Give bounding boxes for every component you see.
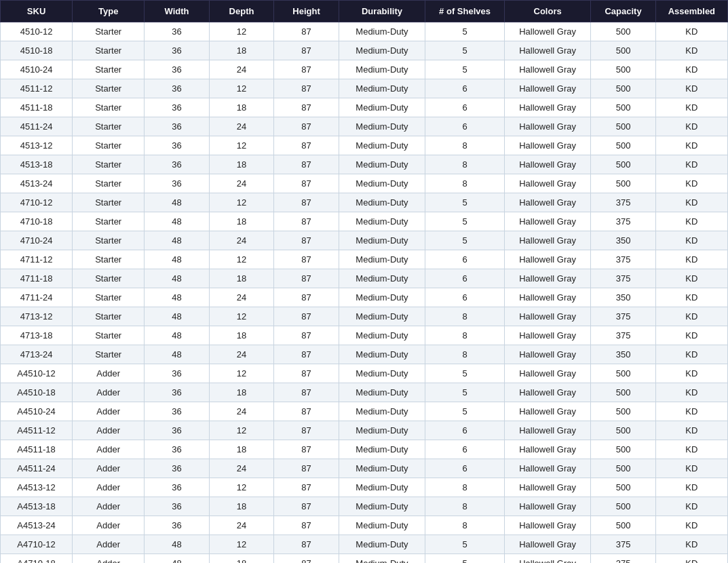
column-header-capacity: Capacity — [591, 1, 656, 22]
cell-durability: Medium-Duty — [339, 98, 425, 117]
cell-assembled: KD — [655, 269, 727, 288]
cell-height: 87 — [274, 41, 339, 60]
cell-durability: Medium-Duty — [339, 22, 425, 41]
main-container: SKUTypeWidthDepthHeightDurability# of Sh… — [0, 0, 728, 563]
cell-durability: Medium-Duty — [339, 516, 425, 535]
cell-capacity: 500 — [591, 98, 656, 117]
cell-depth: 18 — [209, 269, 274, 288]
cell-durability: Medium-Duty — [339, 212, 425, 231]
table-row: A4511-12Adder361287Medium-Duty6Hallowell… — [1, 421, 728, 440]
cell-depth: 12 — [209, 22, 274, 41]
cell-width: 36 — [145, 497, 210, 516]
cell-width: 48 — [145, 193, 210, 212]
column-header-colors: Colors — [504, 1, 590, 22]
cell-type: Starter — [73, 98, 145, 117]
cell-type: Starter — [73, 174, 145, 193]
column-header-type: Type — [73, 1, 145, 22]
cell-colors: Hallowell Gray — [504, 307, 590, 326]
table-row: 4510-12Starter361287Medium-Duty5Hallowel… — [1, 22, 728, 41]
cell-shelves: 6 — [425, 440, 505, 459]
cell-assembled: KD — [655, 22, 727, 41]
cell-type: Starter — [73, 136, 145, 155]
cell-assembled: KD — [655, 231, 727, 250]
cell-type: Adder — [73, 383, 145, 402]
cell-assembled: KD — [655, 421, 727, 440]
cell-colors: Hallowell Gray — [504, 497, 590, 516]
cell-type: Starter — [73, 269, 145, 288]
cell-assembled: KD — [655, 535, 727, 554]
cell-colors: Hallowell Gray — [504, 174, 590, 193]
cell-assembled: KD — [655, 345, 727, 364]
cell-type: Starter — [73, 193, 145, 212]
cell-assembled: KD — [655, 459, 727, 478]
cell-type: Adder — [73, 364, 145, 383]
cell-assembled: KD — [655, 79, 727, 98]
cell-height: 87 — [274, 288, 339, 307]
cell-sku: 4713-24 — [1, 345, 73, 364]
cell-height: 87 — [274, 326, 339, 345]
table-row: 4710-18Starter481887Medium-Duty5Hallowel… — [1, 212, 728, 231]
cell-depth: 18 — [209, 554, 274, 564]
cell-durability: Medium-Duty — [339, 250, 425, 269]
table-row: 4510-24Starter362487Medium-Duty5Hallowel… — [1, 60, 728, 79]
table-row: 4711-12Starter481287Medium-Duty6Hallowel… — [1, 250, 728, 269]
cell-type: Adder — [73, 554, 145, 564]
cell-shelves: 5 — [425, 193, 505, 212]
cell-shelves: 5 — [425, 41, 505, 60]
cell-capacity: 500 — [591, 478, 656, 497]
cell-width: 48 — [145, 212, 210, 231]
cell-type: Starter — [73, 60, 145, 79]
cell-width: 48 — [145, 307, 210, 326]
table-row: 4513-12Starter361287Medium-Duty8Hallowel… — [1, 136, 728, 155]
cell-depth: 18 — [209, 98, 274, 117]
cell-width: 36 — [145, 383, 210, 402]
cell-shelves: 5 — [425, 554, 505, 564]
cell-capacity: 500 — [591, 155, 656, 174]
table-row: A4513-12Adder361287Medium-Duty8Hallowell… — [1, 478, 728, 497]
column-header-assembled: Assembled — [655, 1, 727, 22]
cell-capacity: 350 — [591, 231, 656, 250]
table-row: 4713-12Starter481287Medium-Duty8Hallowel… — [1, 307, 728, 326]
cell-capacity: 500 — [591, 440, 656, 459]
cell-depth: 24 — [209, 516, 274, 535]
cell-shelves: 8 — [425, 174, 505, 193]
cell-colors: Hallowell Gray — [504, 383, 590, 402]
cell-sku: A4511-12 — [1, 421, 73, 440]
cell-durability: Medium-Duty — [339, 478, 425, 497]
cell-height: 87 — [274, 459, 339, 478]
column-header-sku: SKU — [1, 1, 73, 22]
cell-capacity: 500 — [591, 421, 656, 440]
cell-width: 48 — [145, 535, 210, 554]
cell-type: Starter — [73, 41, 145, 60]
cell-durability: Medium-Duty — [339, 345, 425, 364]
cell-shelves: 5 — [425, 402, 505, 421]
cell-capacity: 350 — [591, 345, 656, 364]
cell-capacity: 500 — [591, 136, 656, 155]
table-row: 4513-24Starter362487Medium-Duty8Hallowel… — [1, 174, 728, 193]
cell-durability: Medium-Duty — [339, 459, 425, 478]
cell-colors: Hallowell Gray — [504, 516, 590, 535]
cell-colors: Hallowell Gray — [504, 79, 590, 98]
cell-sku: A4511-24 — [1, 459, 73, 478]
cell-assembled: KD — [655, 383, 727, 402]
cell-width: 48 — [145, 554, 210, 564]
cell-height: 87 — [274, 98, 339, 117]
cell-shelves: 8 — [425, 136, 505, 155]
cell-sku: A4513-12 — [1, 478, 73, 497]
cell-sku: A4510-12 — [1, 364, 73, 383]
cell-shelves: 8 — [425, 497, 505, 516]
cell-depth: 18 — [209, 440, 274, 459]
cell-type: Starter — [73, 326, 145, 345]
cell-colors: Hallowell Gray — [504, 478, 590, 497]
cell-durability: Medium-Duty — [339, 155, 425, 174]
cell-assembled: KD — [655, 174, 727, 193]
cell-colors: Hallowell Gray — [504, 117, 590, 136]
cell-shelves: 6 — [425, 98, 505, 117]
table-row: 4710-12Starter481287Medium-Duty5Hallowel… — [1, 193, 728, 212]
cell-type: Starter — [73, 155, 145, 174]
cell-durability: Medium-Duty — [339, 364, 425, 383]
table-row: A4511-18Adder361887Medium-Duty6Hallowell… — [1, 440, 728, 459]
cell-shelves: 6 — [425, 79, 505, 98]
cell-width: 36 — [145, 60, 210, 79]
cell-sku: 4513-12 — [1, 136, 73, 155]
